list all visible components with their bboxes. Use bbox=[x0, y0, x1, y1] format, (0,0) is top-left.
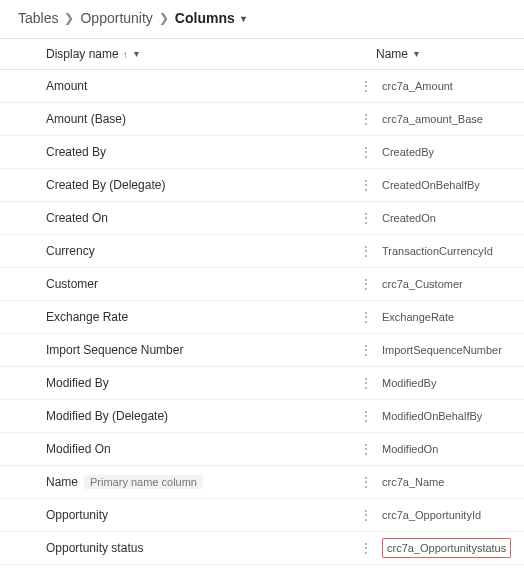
cell-name: crc7a_Amount bbox=[376, 80, 518, 92]
display-name-text: Created By (Delegate) bbox=[46, 178, 165, 192]
breadcrumb-opportunity[interactable]: Opportunity bbox=[80, 10, 152, 26]
cell-name: CreatedOn bbox=[376, 212, 518, 224]
row-more-icon[interactable]: ⋮ bbox=[356, 409, 376, 423]
cell-display-name: Created On bbox=[46, 211, 376, 225]
highlighted-name: crc7a_Opportunitystatus bbox=[382, 538, 511, 558]
cell-name: TransactionCurrencyId bbox=[376, 245, 518, 257]
cell-display-name: Customer bbox=[46, 277, 376, 291]
cell-name: ExchangeRate bbox=[376, 311, 518, 323]
table-row[interactable]: NamePrimary name column⋮crc7a_Name bbox=[0, 466, 524, 499]
cell-display-name: Modified By (Delegate) bbox=[46, 409, 376, 423]
chevron-right-icon: ❯ bbox=[159, 11, 169, 25]
row-more-icon[interactable]: ⋮ bbox=[356, 277, 376, 291]
cell-display-name: Opportunity status bbox=[46, 541, 376, 555]
display-name-text: Modified By (Delegate) bbox=[46, 409, 168, 423]
cell-display-name: Import Sequence Number bbox=[46, 343, 376, 357]
cell-display-name: Opportunity bbox=[46, 508, 376, 522]
breadcrumb: Tables ❯ Opportunity ❯ Columns ▾ bbox=[0, 0, 524, 38]
cell-name: crc7a_Customer bbox=[376, 278, 518, 290]
display-name-text: Currency bbox=[46, 244, 95, 258]
row-more-icon[interactable]: ⋮ bbox=[356, 79, 376, 93]
table-row[interactable]: Modified By (Delegate)⋮ModifiedOnBehalfB… bbox=[0, 400, 524, 433]
chevron-right-icon: ❯ bbox=[64, 11, 74, 25]
row-more-icon[interactable]: ⋮ bbox=[356, 310, 376, 324]
row-more-icon[interactable]: ⋮ bbox=[356, 541, 376, 555]
table-row[interactable]: Customer⋮crc7a_Customer bbox=[0, 268, 524, 301]
breadcrumb-tables[interactable]: Tables bbox=[18, 10, 58, 26]
display-name-text: Opportunity bbox=[46, 508, 108, 522]
display-name-text: Created On bbox=[46, 211, 108, 225]
header-display-name[interactable]: Display name ↑ ▾ bbox=[46, 47, 376, 61]
table-row[interactable]: Created On⋮CreatedOn bbox=[0, 202, 524, 235]
cell-name: CreatedOnBehalfBy bbox=[376, 179, 518, 191]
display-name-text: Import Sequence Number bbox=[46, 343, 183, 357]
primary-badge: Primary name column bbox=[84, 475, 203, 489]
table-row[interactable]: Created By (Delegate)⋮CreatedOnBehalfBy bbox=[0, 169, 524, 202]
cell-name: crc7a_OpportunityId bbox=[376, 509, 518, 521]
row-more-icon[interactable]: ⋮ bbox=[356, 475, 376, 489]
chevron-down-icon[interactable]: ▾ bbox=[414, 48, 419, 59]
cell-display-name: NamePrimary name column bbox=[46, 475, 376, 489]
cell-display-name: Created By bbox=[46, 145, 376, 159]
cell-name: crc7a_Opportunitystatus bbox=[376, 538, 518, 558]
row-more-icon[interactable]: ⋮ bbox=[356, 442, 376, 456]
display-name-text: Customer bbox=[46, 277, 98, 291]
row-more-icon[interactable]: ⋮ bbox=[356, 211, 376, 225]
breadcrumb-current[interactable]: Columns ▾ bbox=[175, 10, 246, 26]
cell-name: crc7a_Name bbox=[376, 476, 518, 488]
header-name[interactable]: Name ▾ bbox=[376, 47, 518, 61]
cell-display-name: Amount (Base) bbox=[46, 112, 376, 126]
table-row[interactable]: Amount⋮crc7a_Amount bbox=[0, 70, 524, 103]
display-name-text: Exchange Rate bbox=[46, 310, 128, 324]
table-row[interactable]: Currency⋮TransactionCurrencyId bbox=[0, 235, 524, 268]
row-more-icon[interactable]: ⋮ bbox=[356, 508, 376, 522]
chevron-down-icon: ▾ bbox=[241, 13, 246, 24]
cell-name: CreatedBy bbox=[376, 146, 518, 158]
row-more-icon[interactable]: ⋮ bbox=[356, 145, 376, 159]
display-name-text: Amount (Base) bbox=[46, 112, 126, 126]
cell-display-name: Amount bbox=[46, 79, 376, 93]
cell-display-name: Modified By bbox=[46, 376, 376, 390]
table-row[interactable]: Opportunity status⋮crc7a_Opportunitystat… bbox=[0, 532, 524, 565]
cell-name: ModifiedOnBehalfBy bbox=[376, 410, 518, 422]
display-name-text: Modified By bbox=[46, 376, 109, 390]
table-header: Display name ↑ ▾ Name ▾ bbox=[0, 38, 524, 70]
table-row[interactable]: Opportunity⋮crc7a_OpportunityId bbox=[0, 499, 524, 532]
header-name-label: Name bbox=[376, 47, 408, 61]
table-row[interactable]: Modified By⋮ModifiedBy bbox=[0, 367, 524, 400]
display-name-text: Amount bbox=[46, 79, 87, 93]
table-body: Amount⋮crc7a_AmountAmount (Base)⋮crc7a_a… bbox=[0, 70, 524, 565]
cell-display-name: Created By (Delegate) bbox=[46, 178, 376, 192]
cell-name: crc7a_amount_Base bbox=[376, 113, 518, 125]
row-more-icon[interactable]: ⋮ bbox=[356, 112, 376, 126]
table-row[interactable]: Exchange Rate⋮ExchangeRate bbox=[0, 301, 524, 334]
chevron-down-icon[interactable]: ▾ bbox=[134, 48, 139, 59]
cell-display-name: Exchange Rate bbox=[46, 310, 376, 324]
display-name-text: Modified On bbox=[46, 442, 111, 456]
header-display-label: Display name bbox=[46, 47, 119, 61]
cell-name: ModifiedOn bbox=[376, 443, 518, 455]
table-row[interactable]: Modified On⋮ModifiedOn bbox=[0, 433, 524, 466]
display-name-text: Created By bbox=[46, 145, 106, 159]
cell-name: ImportSequenceNumber bbox=[376, 344, 518, 356]
table-row[interactable]: Created By⋮CreatedBy bbox=[0, 136, 524, 169]
display-name-text: Opportunity status bbox=[46, 541, 143, 555]
table-row[interactable]: Amount (Base)⋮crc7a_amount_Base bbox=[0, 103, 524, 136]
breadcrumb-current-label: Columns bbox=[175, 10, 235, 26]
cell-name: ModifiedBy bbox=[376, 377, 518, 389]
cell-display-name: Modified On bbox=[46, 442, 376, 456]
row-more-icon[interactable]: ⋮ bbox=[356, 376, 376, 390]
row-more-icon[interactable]: ⋮ bbox=[356, 343, 376, 357]
cell-display-name: Currency bbox=[46, 244, 376, 258]
row-more-icon[interactable]: ⋮ bbox=[356, 244, 376, 258]
display-name-text: Name bbox=[46, 475, 78, 489]
sort-asc-icon: ↑ bbox=[123, 49, 128, 60]
row-more-icon[interactable]: ⋮ bbox=[356, 178, 376, 192]
table-row[interactable]: Import Sequence Number⋮ImportSequenceNum… bbox=[0, 334, 524, 367]
